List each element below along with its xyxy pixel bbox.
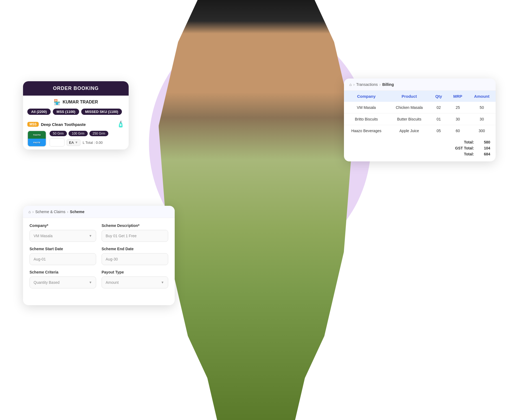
home-icon[interactable]: ⌂ [349, 82, 352, 87]
grand-label: Total: [450, 152, 474, 156]
quantity-input[interactable] [50, 138, 64, 146]
breadcrumb-sep-1: › [353, 82, 355, 87]
product-label-row: MSS Deep Clean Toothpaste 🧴 [27, 121, 124, 128]
cell-company-1: Britto Biscuits [344, 113, 389, 125]
scheme-desc-group: Scheme Description* Buy 01 Get 1 Free [102, 223, 168, 242]
col-qty: Qty [430, 91, 448, 102]
mss-badge: MSS [27, 122, 39, 127]
cell-qty-2: 05 [430, 125, 448, 137]
product-emoji-icon: 🧴 [117, 121, 124, 128]
scheme-sep-2: › [67, 210, 68, 214]
table-row: VM Masala Chicken Masala 02 25 50 [344, 102, 496, 113]
cell-mrp-1: 30 [448, 113, 468, 125]
col-product: Product [389, 91, 430, 102]
criteria-dropdown-arrow: ▼ [89, 281, 92, 284]
end-date-label: Scheme End Date [102, 247, 168, 251]
scheme-section[interactable]: Scheme & Claims [35, 210, 65, 214]
payout-value: Amount [106, 280, 119, 285]
scheme-card: ⌂ › Scheme & Claims › Scheme Company* VM… [23, 206, 175, 305]
billing-table: Company Product Qty MRP Amount VM Masala… [344, 91, 496, 136]
product-image-label-bottom: PASTE [33, 141, 40, 144]
scheme-page: Scheme [70, 210, 84, 214]
criteria-label: Scheme Criteria [30, 270, 96, 274]
billing-breadcrumb: ⌂ › Transactions › Billing [344, 79, 496, 91]
payout-dropdown[interactable]: Amount ▼ [102, 276, 168, 288]
cell-qty-0: 02 [430, 102, 448, 113]
order-booking-card: ORDER BOOKING 🏪 KUMAR TRADER All (2200) … [23, 81, 129, 149]
form-row-1: Company* VM Masala ▼ Scheme Description*… [30, 223, 168, 242]
start-date-label: Scheme Start Date [30, 247, 96, 251]
scheme-desc-placeholder: Buy 01 Get 1 Free [106, 234, 136, 238]
scheme-breadcrumb: ⌂ › Scheme & Claims › Scheme [23, 206, 175, 218]
scheme-home-icon[interactable]: ⌂ [28, 210, 31, 214]
end-date-value: Aug-30 [106, 257, 118, 261]
product-content: TOOTH PASTE 50 Grm 100 Grm 250 Grm EA [27, 131, 124, 147]
cell-product-2: Apple Juice [389, 125, 430, 137]
product-image: TOOTH PASTE [27, 131, 46, 147]
scheme-form: Company* VM Masala ▼ Scheme Description*… [23, 218, 175, 299]
product-tabs: All (2200) MSS (1100) MISSED SKU (1100) [23, 109, 129, 118]
start-date-input[interactable]: Aug-01 [30, 253, 96, 265]
cell-company-2: Haazo Beverages [344, 125, 389, 137]
cell-mrp-2: 60 [448, 125, 468, 137]
product-image-label-top: TOOTH [33, 134, 41, 136]
breadcrumb-billing: Billing [382, 82, 394, 87]
store-name: KUMAR TRADER [63, 100, 98, 105]
company-value: VM Masala [34, 234, 53, 238]
product-name: Deep Clean Toothpaste [41, 122, 86, 127]
person-image [159, 0, 354, 420]
billing-totals: Total: 580 GST Total: 104 Total: 684 [344, 136, 496, 157]
criteria-group: Scheme Criteria Quantity Based ▼ [30, 270, 96, 288]
breadcrumb-transactions[interactable]: Transactions [356, 82, 378, 87]
grand-total-row: Total: 684 [349, 151, 490, 157]
scheme-desc-label: Scheme Description* [102, 223, 168, 228]
col-amount: Amount [468, 91, 496, 102]
company-group: Company* VM Masala ▼ [30, 223, 96, 242]
col-mrp: MRP [448, 91, 468, 102]
cell-amount-1: 30 [468, 113, 496, 125]
order-booking-title: ORDER BOOKING [23, 81, 129, 96]
grand-value: 684 [479, 152, 490, 156]
size-50grm[interactable]: 50 Grm [50, 131, 67, 136]
payout-dropdown-arrow: ▼ [161, 281, 164, 284]
col-company: Company [344, 91, 389, 102]
unit-select[interactable]: EA ▼ [67, 139, 80, 146]
tab-all[interactable]: All (2200) [27, 109, 51, 115]
start-date-group: Scheme Start Date Aug-01 [30, 247, 96, 265]
gst-label: GST Total: [450, 146, 474, 150]
criteria-dropdown[interactable]: Quantity Based ▼ [30, 276, 96, 288]
company-label: Company* [30, 223, 96, 228]
cell-company-0: VM Masala [344, 102, 389, 113]
scheme-desc-input[interactable]: Buy 01 Get 1 Free [102, 230, 168, 242]
total-value: 580 [479, 140, 490, 144]
product-section: MSS Deep Clean Toothpaste 🧴 TOOTH PASTE … [23, 118, 129, 149]
table-header-row: Company Product Qty MRP Amount [344, 91, 496, 102]
size-100grm[interactable]: 100 Grm [69, 131, 88, 136]
total-label: L Total : 0.00 [83, 141, 103, 145]
criteria-value: Quantity Based [34, 280, 60, 285]
tab-mss[interactable]: MSS (1100) [53, 109, 79, 115]
start-date-value: Aug-01 [34, 257, 46, 261]
store-icon: 🏪 [54, 99, 60, 105]
payout-group: Payout Type Amount ▼ [102, 270, 168, 288]
cell-product-0: Chicken Masala [389, 102, 430, 113]
tab-missed-sku[interactable]: MISSED SKU (1100) [81, 109, 122, 115]
unit-value: EA [69, 141, 74, 145]
company-dropdown-arrow: ▼ [89, 234, 92, 238]
company-dropdown[interactable]: VM Masala ▼ [30, 230, 96, 242]
cell-amount-0: 50 [468, 102, 496, 113]
unit-dropdown-arrow: ▼ [75, 141, 78, 144]
end-date-input[interactable]: Aug-30 [102, 253, 168, 265]
total-row: Total: 580 [349, 139, 490, 145]
payout-label: Payout Type [102, 270, 168, 274]
cell-mrp-0: 25 [448, 102, 468, 113]
table-row: Haazo Beverages Apple Juice 05 60 300 [344, 125, 496, 137]
size-250grm[interactable]: 250 Grm [89, 131, 109, 136]
gst-value: 104 [479, 146, 490, 150]
total-label: Total: [450, 140, 474, 144]
scheme-sep-1: › [32, 210, 34, 214]
table-row: Britto Biscuits Butter Biscuits 01 30 30 [344, 113, 496, 125]
breadcrumb-sep-2: › [379, 82, 381, 87]
product-image-inner: TOOTH PASTE [28, 131, 46, 146]
billing-card: ⌂ › Transactions › Billing Company Produ… [344, 79, 496, 161]
